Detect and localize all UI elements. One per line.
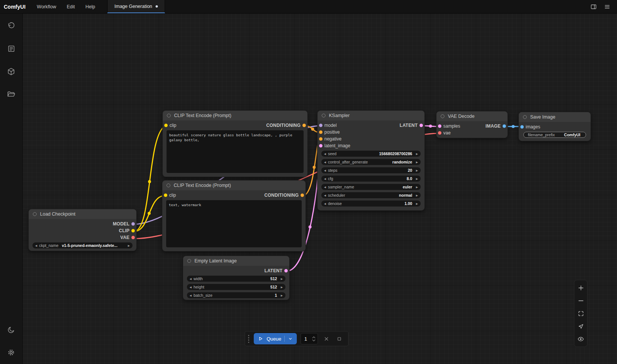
sidebar-item-node-library[interactable]	[3, 41, 19, 57]
node-clip-text-encode-negative[interactable]: CLIP Text Encode (Prompt) clip CONDITION…	[162, 180, 306, 251]
input-slot-clip[interactable]	[164, 194, 167, 197]
node-header[interactable]: CLIP Text Encode (Prompt)	[162, 180, 305, 190]
collapse-toggle-icon[interactable]	[167, 114, 171, 117]
node-empty-latent-image[interactable]: Empty Latent Image LATENT ◀ width 512 ▶ …	[183, 256, 290, 300]
node-clip-text-encode-positive[interactable]: CLIP Text Encode (Prompt) clip CONDITION…	[162, 110, 308, 177]
widget-cfg[interactable]: ◀ cfg 8.0 ▶	[321, 176, 421, 182]
widget-value: ComfyUI	[564, 133, 582, 137]
decrement-arrow-icon[interactable]: ◀	[190, 278, 191, 280]
stop-button[interactable]	[335, 334, 344, 343]
decrement-arrow-icon[interactable]: ◀	[35, 244, 37, 247]
output-slot-latent[interactable]	[420, 124, 423, 127]
widget-height[interactable]: ◀ height 512 ▶	[187, 284, 285, 290]
collapse-toggle-icon[interactable]	[187, 259, 191, 263]
node-header[interactable]: Load Checkpoint	[29, 209, 136, 219]
increment-arrow-icon[interactable]: ▶	[416, 169, 418, 172]
decrement-arrow-icon[interactable]: ◀	[324, 202, 326, 205]
widget-seed[interactable]: ◀ seed 156680208700286 ▶	[321, 151, 421, 157]
output-slot-latent[interactable]	[284, 269, 288, 273]
node-header[interactable]: Save Image	[519, 112, 591, 122]
panel-toggle-button[interactable]	[588, 2, 599, 12]
queue-button[interactable]: Queue	[254, 333, 297, 344]
cancel-button[interactable]	[322, 334, 331, 343]
main-menu-button[interactable]	[602, 2, 612, 12]
node-header[interactable]: VAE Decode	[437, 111, 507, 121]
node-header[interactable]: CLIP Text Encode (Prompt)	[163, 111, 307, 120]
increment-arrow-icon[interactable]: ▶	[128, 244, 130, 247]
decrement-arrow-icon[interactable]: ◀	[324, 169, 326, 172]
decrement-arrow-icon[interactable]: ◀	[324, 194, 326, 197]
output-slot-image[interactable]	[503, 125, 506, 128]
node-load-checkpoint[interactable]: Load Checkpoint MODEL CLIP VAE ◀ ckpt_na…	[28, 209, 137, 251]
workflow-tab[interactable]: Image Generation	[107, 0, 165, 13]
decrement-arrow-icon[interactable]: ◀	[324, 177, 326, 180]
input-slot-negative[interactable]	[319, 137, 322, 141]
decrement-arrow-icon[interactable]: ◀	[190, 286, 191, 288]
input-slot-latent-image[interactable]	[319, 144, 322, 148]
increment-arrow-icon[interactable]: ▶	[416, 194, 418, 197]
input-slot-model[interactable]	[319, 124, 322, 127]
output-slot-conditioning[interactable]	[301, 194, 304, 197]
output-slot-model[interactable]	[131, 222, 135, 226]
increment-arrow-icon[interactable]: ▶	[281, 294, 283, 297]
increment-arrow-icon[interactable]: ▶	[416, 186, 418, 188]
decrement-arrow-icon[interactable]: ◀	[324, 161, 326, 163]
batch-count-input[interactable]: 1	[301, 333, 318, 344]
zoom-in-button[interactable]	[575, 281, 586, 294]
zoom-out-button[interactable]	[575, 294, 586, 307]
widget-filename-prefix[interactable]: filename_prefix ComfyUI	[523, 132, 586, 138]
output-slot-conditioning[interactable]	[302, 124, 306, 127]
select-mode-button[interactable]	[575, 320, 586, 333]
widget-denoise[interactable]: ◀ denoise 1.00 ▶	[321, 201, 421, 207]
increment-arrow-icon[interactable]: ▶	[416, 161, 418, 163]
increment-arrow-icon[interactable]: ▶	[281, 278, 283, 280]
collapse-toggle-icon[interactable]	[441, 114, 444, 118]
collapse-toggle-icon[interactable]	[322, 114, 325, 117]
node-save-image[interactable]: Save Image images filename_prefix ComfyU…	[518, 112, 591, 141]
drag-handle[interactable]	[247, 335, 250, 343]
widget-width[interactable]: ◀ width 512 ▶	[187, 276, 285, 282]
output-slot-vae[interactable]	[131, 236, 135, 239]
increment-arrow-icon[interactable]: ▶	[416, 202, 418, 205]
collapse-toggle-icon[interactable]	[523, 115, 527, 119]
sidebar-item-workflows[interactable]	[3, 86, 19, 102]
input-slot-samples[interactable]	[438, 125, 441, 128]
node-header[interactable]: KSampler	[318, 111, 424, 120]
input-slot-positive[interactable]	[319, 131, 322, 134]
prompt-textarea[interactable]: beautiful scenery nature glass bottle la…	[167, 130, 304, 173]
node-vae-decode[interactable]: VAE Decode samples IMAGE vae	[436, 111, 508, 138]
stepper-up-icon[interactable]	[312, 336, 316, 339]
increment-arrow-icon[interactable]: ▶	[416, 177, 418, 180]
widget-steps[interactable]: ◀ steps 20 ▶	[321, 167, 421, 173]
widget-sampler-name[interactable]: ◀ sampler_name euler ▶	[321, 184, 421, 190]
widget-batch-size[interactable]: ◀ batch_size 1 ▶	[187, 292, 285, 298]
chevron-down-icon[interactable]	[288, 336, 293, 341]
widget-ckpt-name[interactable]: ◀ ckpt_name v1-5-pruned-emaonly.safete..…	[32, 242, 133, 248]
node-ksampler[interactable]: KSampler model LATENT positive negative …	[317, 110, 425, 211]
sidebar-item-history[interactable]	[3, 18, 19, 34]
toggle-link-visibility-button[interactable]	[575, 333, 586, 345]
widget-control-after-generate[interactable]: ◀ control_after_generate randomize ▶	[321, 159, 421, 165]
sidebar-item-model-library[interactable]	[3, 63, 19, 79]
collapse-toggle-icon[interactable]	[167, 184, 170, 187]
theme-toggle-button[interactable]	[3, 322, 19, 338]
menu-edit[interactable]: Edit	[62, 0, 80, 13]
increment-arrow-icon[interactable]: ▶	[416, 153, 418, 155]
decrement-arrow-icon[interactable]: ◀	[324, 186, 326, 188]
input-slot-clip[interactable]	[164, 124, 168, 127]
decrement-arrow-icon[interactable]: ◀	[324, 153, 326, 155]
collapse-toggle-icon[interactable]	[33, 212, 37, 216]
fit-view-button[interactable]	[575, 307, 586, 320]
output-slot-clip[interactable]	[131, 229, 135, 233]
node-header[interactable]: Empty Latent Image	[183, 256, 289, 266]
prompt-textarea[interactable]: text, watermark	[166, 200, 302, 247]
input-slot-images[interactable]	[520, 125, 524, 129]
increment-arrow-icon[interactable]: ▶	[281, 286, 283, 288]
stepper-down-icon[interactable]	[312, 339, 316, 342]
settings-button[interactable]	[3, 344, 19, 360]
menu-help[interactable]: Help	[80, 0, 100, 13]
decrement-arrow-icon[interactable]: ◀	[190, 294, 191, 297]
input-slot-vae[interactable]	[438, 131, 441, 135]
menu-workflow[interactable]: Workflow	[32, 0, 62, 13]
widget-scheduler[interactable]: ◀ scheduler normal ▶	[321, 192, 421, 198]
